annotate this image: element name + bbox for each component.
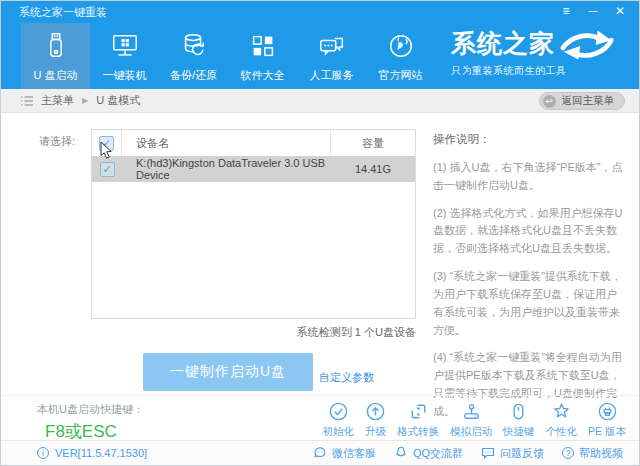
tab-label: 一键装机 xyxy=(103,68,147,83)
circle-up-arrow-icon xyxy=(365,401,386,422)
tool-label: PE 版本 xyxy=(588,425,626,439)
table-header-row: ✓ 设备名 容量 xyxy=(92,130,415,156)
joystick-icon xyxy=(461,401,482,422)
usb-device-table: ✓ 设备名 容量 ✓ K:(hd3)Kingston DataTraveler … xyxy=(91,129,416,319)
title-bar: 系统之家一键重装 ≡ ─ ✕ xyxy=(1,1,639,23)
menu-icon[interactable]: ≡ xyxy=(559,3,573,19)
make-boot-usb-button[interactable]: 一键制作启动U盘 xyxy=(143,353,313,391)
instruction-step: (1) 插入U盘，右下角选择“PE版本”，点击一键制作启动U盘。 xyxy=(433,159,627,195)
footer-divider xyxy=(1,395,639,396)
usb-drive-icon xyxy=(41,31,71,61)
capacity-header: 容量 xyxy=(331,136,415,151)
device-name-cell: K:(hd3)Kingston DataTraveler 3.0 USB Dev… xyxy=(122,156,331,182)
chat-service-icon xyxy=(317,31,347,61)
tool-personalize[interactable]: 个性化 xyxy=(546,401,578,439)
brand-tagline: 只为重装系统而生的工具 xyxy=(451,64,629,78)
circle-check-icon xyxy=(328,401,349,422)
back-arrow-icon: ↩ xyxy=(543,95,556,108)
tool-label: 升级 xyxy=(365,425,386,439)
back-button-label: 返回主菜单 xyxy=(562,94,615,108)
database-restore-icon xyxy=(179,31,209,61)
qq-group-link[interactable]: QQ交流群 xyxy=(394,446,463,461)
tool-initialize[interactable]: 初始化 xyxy=(323,401,355,439)
hotkey-block: 本机U盘启动快捷键： F8或ESC xyxy=(37,402,144,443)
brand-swoosh-icon xyxy=(559,27,615,61)
nav-tab-backup-restore[interactable]: 备份/还原 xyxy=(159,23,228,89)
question-icon: ? xyxy=(562,447,574,459)
link-label: 帮助视频 xyxy=(579,446,623,461)
tool-upgrade[interactable]: 升级 xyxy=(365,401,386,439)
window-controls: ≡ ─ ✕ xyxy=(559,3,627,19)
nav-tab-service[interactable]: 人工服务 xyxy=(297,23,366,89)
software-grid-icon xyxy=(248,31,278,61)
detect-status: 系统检测到 1 个U盘设备 xyxy=(91,325,416,340)
monitor-windows-icon xyxy=(110,31,140,61)
breadcrumb-separator-icon: ▶ xyxy=(82,96,88,105)
version-text: VER[11.5.47.1530] xyxy=(55,447,147,459)
custom-params-link[interactable]: 自定义参数 xyxy=(319,370,374,385)
breadcrumb-current: U 盘模式 xyxy=(96,93,140,108)
wechat-service-link[interactable]: 微信客服 xyxy=(313,446,376,461)
nav-tab-website[interactable]: 官方网站 xyxy=(366,23,435,89)
convert-icon xyxy=(408,401,429,422)
header: 系统之家一键重装 ≡ ─ ✕ U 盘启动 xyxy=(1,1,639,89)
app-window: 系统之家一键重装 ≡ ─ ✕ U 盘启动 xyxy=(0,0,640,466)
tab-label: 备份/还原 xyxy=(170,68,217,83)
table-row[interactable]: ✓ K:(hd3)Kingston DataTraveler 3.0 USB D… xyxy=(92,156,415,182)
feedback-link[interactable]: 问题反馈 xyxy=(481,446,544,461)
tool-hotkeys[interactable]: 快捷键 xyxy=(503,401,535,439)
instructions-title: 操作说明： xyxy=(433,132,627,147)
tab-label: 软件大全 xyxy=(241,68,285,83)
wechat-icon xyxy=(313,446,327,460)
info-icon: i xyxy=(37,447,49,459)
nav-tabs: U 盘启动 一键装机 备份/还原 xyxy=(21,23,435,89)
device-name-header: 设备名 xyxy=(122,130,331,156)
nav-tab-software[interactable]: 软件大全 xyxy=(228,23,297,89)
tab-label: U 盘启动 xyxy=(34,68,78,83)
link-label: 微信客服 xyxy=(332,446,376,461)
window-title: 系统之家一键重装 xyxy=(19,5,107,20)
tool-label: 模拟启动 xyxy=(450,425,492,439)
tool-format-convert[interactable]: 格式转换 xyxy=(397,401,439,439)
pe-version-icon xyxy=(597,401,618,422)
tool-label: 初始化 xyxy=(323,425,355,439)
mouse-cursor xyxy=(100,142,114,160)
help-video-link[interactable]: ? 帮助视频 xyxy=(562,446,623,461)
select-label: 请选择: xyxy=(39,134,75,149)
instruction-step: (3) “系统之家一键重装”提供系统下载，为用户下载系统保存至U盘，保证用户有系… xyxy=(433,268,627,339)
capacity-cell: 14.41G xyxy=(331,163,415,175)
status-links: 微信客服 QQ交流群 问题反馈 ? 帮助视频 xyxy=(313,446,623,461)
tool-label: 格式转换 xyxy=(397,425,439,439)
hotkey-label: 本机U盘启动快捷键： xyxy=(37,402,144,417)
footer-tools: 初始化 升级 格式转换 模拟启动 快捷键 xyxy=(323,401,626,439)
qq-penguin-icon xyxy=(394,446,408,460)
mouse-icon xyxy=(508,401,529,422)
tool-label: 个性化 xyxy=(546,425,578,439)
back-to-main-menu-button[interactable]: ↩ 返回主菜单 xyxy=(539,92,626,110)
globe-icon xyxy=(386,31,416,61)
nav-tab-usb-boot[interactable]: U 盘启动 xyxy=(21,23,90,89)
brand-title: 系统之家 xyxy=(451,27,555,60)
link-label: QQ交流群 xyxy=(413,446,463,461)
tool-pe-version[interactable]: PE 版本 xyxy=(588,401,626,439)
tool-simulate-boot[interactable]: 模拟启动 xyxy=(450,401,492,439)
breadcrumb-root[interactable]: 主菜单 xyxy=(41,93,74,108)
link-label: 问题反馈 xyxy=(500,446,544,461)
instruction-step: (2) 选择格式化方式，如果用户想保存U盘数据，就选择格式化U盘且不丢失数据，否… xyxy=(433,205,627,258)
version-info: i VER[11.5.47.1530] xyxy=(37,447,147,459)
breadcrumb: 主菜单 ▶ U 盘模式 ↩ 返回主菜单 xyxy=(1,89,639,113)
tool-label: 快捷键 xyxy=(503,425,535,439)
brand-logo: 系统之家 只为重装系统而生的工具 xyxy=(451,27,629,78)
feedback-bubble-icon xyxy=(481,446,495,460)
nav-tab-one-click-install[interactable]: 一键装机 xyxy=(90,23,159,89)
star-badge-icon xyxy=(551,401,572,422)
minimize-icon[interactable]: ─ xyxy=(586,3,600,19)
status-bar: i VER[11.5.47.1530] 微信客服 QQ交流群 xyxy=(1,440,639,465)
list-icon xyxy=(21,96,33,106)
tab-label: 人工服务 xyxy=(310,68,354,83)
close-icon[interactable]: ✕ xyxy=(613,3,627,19)
tab-label: 官方网站 xyxy=(379,68,423,83)
instructions-panel: 操作说明： (1) 插入U盘，右下角选择“PE版本”，点击一键制作启动U盘。 (… xyxy=(433,132,627,431)
device-checkbox[interactable]: ✓ xyxy=(100,162,115,177)
